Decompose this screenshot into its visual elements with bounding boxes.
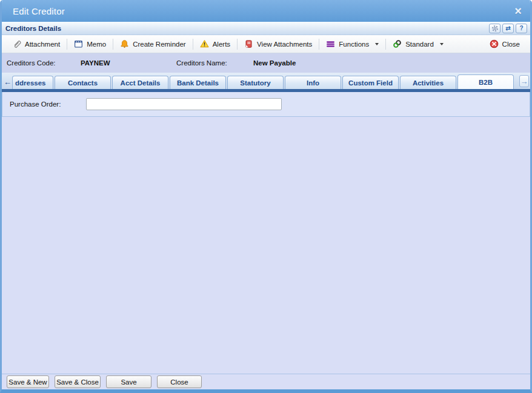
edit-creditor-dialog: Edit Creditor × Creditors Details ⇄ ? [0,0,532,393]
tab-activities[interactable]: Activities [400,76,456,89]
close-button[interactable]: Close [157,375,202,388]
alerts-button[interactable]: Alerts [195,38,236,51]
record-summary-row: Creditors Code: PAYNEW Creditors Name: N… [2,53,530,73]
gear-icon [491,25,499,32]
functions-menu-button[interactable]: Functions [321,38,384,51]
toolbar-separator [193,39,193,50]
tab-bank-details[interactable]: Bank Details [170,76,226,89]
creditors-code-label: Creditors Code: [7,59,81,67]
tab-custom-field[interactable]: Custom Field [342,76,399,89]
window-close-icon[interactable]: × [514,5,522,17]
tab-contacts[interactable]: Contacts [55,76,111,89]
standard-menu-button[interactable]: Standard [387,38,449,51]
toolbar-separator [237,39,238,50]
tab-strip: ← ddresses Contacts Acct Details Bank De… [2,73,530,89]
refresh-button[interactable]: ⇄ [502,24,514,33]
functions-label: Functions [339,41,369,48]
b2b-panel: Purchase Order: [2,92,530,117]
help-icon: ? [519,25,523,31]
view-attachments-label: View Attachments [257,41,312,48]
tab-info[interactable]: Info [285,76,341,89]
chain-link-icon [393,39,402,48]
toolbar-separator [67,39,67,50]
warning-icon [200,39,209,48]
chevron-down-icon [440,43,444,45]
save-button[interactable]: Save [106,375,151,388]
tab-addresses[interactable]: ddresses [12,76,53,89]
create-reminder-label: Create Reminder [133,41,186,48]
toolbar-separator [113,39,113,50]
arrow-left-icon: ← [4,78,12,87]
creditors-details-header: Creditors Details ⇄ ? [2,22,530,35]
attachment-button[interactable]: Attachment [7,38,65,51]
window-title: Edit Creditor [13,6,65,16]
toolbar: Attachment Memo Create Reminder [2,35,530,53]
creditors-code-value: PAYNEW [81,59,176,67]
paperclip-icon [12,39,21,48]
toolbar-close-label: Close [502,41,520,48]
save-and-close-button[interactable]: Save & Close [55,375,101,388]
creditors-name-value: New Payable [253,59,296,67]
footer-button-bar: Save & New Save & Close Save Close [2,374,530,389]
toolbar-separator [385,39,386,50]
content-area [2,117,530,374]
standard-label: Standard [405,41,434,48]
chevron-down-icon [375,43,379,45]
tab-b2b[interactable]: B2B [457,74,514,89]
tab-statutory[interactable]: Statutory [227,76,284,89]
functions-lines-icon [326,39,335,48]
tab-scroll-right-button[interactable]: → [519,75,529,87]
tab-scroll-left-button[interactable]: ← [3,76,12,88]
create-reminder-button[interactable]: Create Reminder [115,38,191,51]
arrow-right-icon: → [520,77,528,86]
creditors-name-label: Creditors Name: [176,59,253,67]
memo-icon [74,39,83,48]
settings-gear-button[interactable] [489,24,500,33]
help-button[interactable]: ? [516,24,527,33]
attachment-label: Attachment [25,41,60,48]
bell-icon [120,39,129,48]
purchase-order-input[interactable] [86,98,282,110]
alerts-label: Alerts [213,41,230,48]
tab-acct-details[interactable]: Acct Details [112,76,168,89]
toolbar-close-button[interactable]: Close [484,38,525,51]
panel-header-buttons: ⇄ ? [489,24,527,33]
red-document-icon [244,39,253,48]
refresh-icon: ⇄ [505,25,510,31]
panel-title: Creditors Details [5,25,61,32]
memo-button[interactable]: Memo [68,38,111,51]
close-circle-icon [490,39,499,48]
title-bar: Edit Creditor × [2,0,530,22]
purchase-order-label: Purchase Order: [10,101,86,108]
toolbar-separator [319,39,319,50]
save-and-new-button[interactable]: Save & New [7,375,49,388]
view-attachments-button[interactable]: View Attachments [239,38,318,51]
memo-label: Memo [87,41,106,48]
